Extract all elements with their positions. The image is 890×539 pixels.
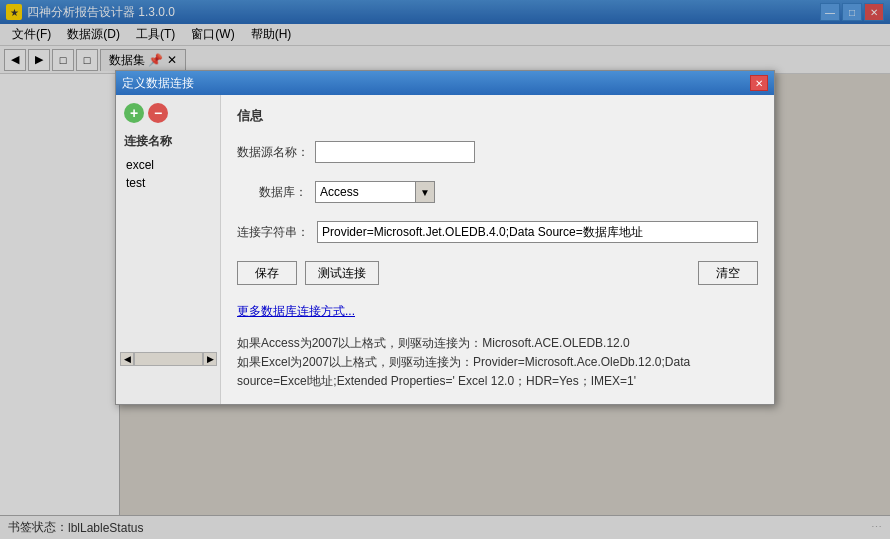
test-connection-button[interactable]: 测试连接 [305,261,379,285]
clear-button[interactable]: 清空 [698,261,758,285]
connection-list: excel test [120,156,216,192]
save-button[interactable]: 保存 [237,261,297,285]
action-buttons-row: 保存 测试连接 清空 [237,261,758,285]
connection-item-excel[interactable]: excel [120,156,216,174]
sidebar-scrollbar-area: ◀ ▶ [116,350,221,368]
scroll-left-button[interactable]: ◀ [120,352,134,366]
datasource-name-label: 数据源名称： [237,144,307,161]
dialog-title: 定义数据连接 [122,75,194,92]
help-text-content: 如果Access为2007以上格式，则驱动连接为：Microsoft.ACE.O… [237,336,690,388]
more-connections-link[interactable]: 更多数据库连接方式... [237,303,758,320]
plus-icon: + [130,105,138,121]
horizontal-scrollbar[interactable] [134,352,203,366]
database-select-wrapper: Access SQL Server MySQL Oracle Excel ▼ [315,181,435,203]
sidebar-controls: + − [120,103,216,123]
connection-name-label: 连接名称 [120,131,216,152]
connection-item-test[interactable]: test [120,174,216,192]
database-label: 数据库： [237,184,307,201]
conn-string-label: 连接字符串： [237,224,309,241]
remove-connection-button[interactable]: − [148,103,168,123]
help-text-block: 如果Access为2007以上格式，则驱动连接为：Microsoft.ACE.O… [237,334,758,392]
connection-string-input[interactable] [317,221,758,243]
add-connection-button[interactable]: + [124,103,144,123]
define-connection-dialog: 定义数据连接 ✕ + − 连接名称 excel test ◀ [115,70,775,405]
connection-string-row: 连接字符串： [237,221,758,243]
database-row: 数据库： Access SQL Server MySQL Oracle Exce… [237,181,758,203]
minus-icon: − [154,105,162,121]
scroll-right-button[interactable]: ▶ [203,352,217,366]
dialog-close-button[interactable]: ✕ [750,75,768,91]
datasource-name-row: 数据源名称： [237,141,758,163]
info-section-title: 信息 [237,107,758,125]
dialog-sidebar: + − 连接名称 excel test ◀ ▶ [116,95,221,404]
dialog-body: + − 连接名称 excel test ◀ ▶ 信息 [116,95,774,404]
datasource-name-input[interactable] [315,141,475,163]
dialog-main-content: 信息 数据源名称： 数据库： Access SQL Server MySQL O… [221,95,774,404]
dialog-title-bar: 定义数据连接 ✕ [116,71,774,95]
database-select[interactable]: Access SQL Server MySQL Oracle Excel [315,181,435,203]
